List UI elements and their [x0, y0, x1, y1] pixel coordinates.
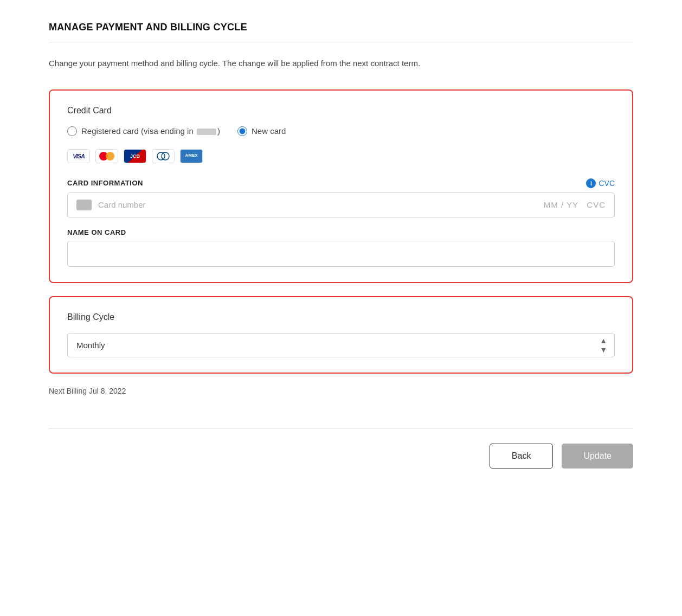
card-number-placeholder: Card number — [98, 200, 544, 209]
credit-card-section: Credit Card Registered card (visa ending… — [49, 89, 633, 283]
svg-point-1 — [162, 152, 169, 160]
card-info-label: CARD INFORMATION — [67, 179, 143, 187]
billing-cycle-section: Billing Cycle Monthly Annually ▲ ▼ — [49, 296, 633, 374]
mastercard-icon — [95, 149, 118, 163]
header-divider — [49, 42, 633, 42]
page-title: MANAGE PAYMENT AND BILLING CYCLE — [49, 22, 633, 33]
card-expiry-cvc: MM / YY CVC — [544, 200, 606, 209]
cvc-link[interactable]: i CVC — [586, 178, 615, 188]
registered-card-radio[interactable] — [67, 126, 77, 136]
visa-icon: VISA — [67, 149, 90, 163]
cvc-label: CVC — [599, 179, 615, 188]
next-billing-text: Next Billing Jul 8, 2022 — [49, 387, 633, 395]
back-button[interactable]: Back — [490, 444, 554, 469]
name-on-card-input[interactable] — [67, 241, 615, 267]
registered-card-text: Registered card (visa ending in ) — [81, 126, 220, 136]
card-option-group: Registered card (visa ending in ) New ca… — [67, 126, 615, 136]
new-card-radio[interactable] — [237, 126, 247, 136]
new-card-option[interactable]: New card — [237, 126, 286, 136]
card-number-field[interactable]: Card number MM / YY CVC — [67, 193, 615, 217]
cvc-info-icon: i — [586, 178, 596, 188]
diners-icon — [152, 149, 175, 163]
credit-card-label: Credit Card — [67, 106, 615, 116]
footer-divider — [49, 428, 633, 428]
registered-card-option[interactable]: Registered card (visa ending in ) — [67, 126, 220, 136]
billing-select-wrapper: Monthly Annually ▲ ▼ — [67, 333, 615, 357]
footer-actions: Back Update — [49, 444, 633, 469]
card-info-header: CARD INFORMATION i CVC — [67, 178, 615, 188]
svg-point-0 — [157, 152, 165, 160]
amex-icon: AMEX — [180, 149, 203, 163]
card-chip-icon — [76, 200, 92, 210]
masked-card-digits — [197, 129, 216, 135]
new-card-label: New card — [252, 126, 286, 136]
update-button[interactable]: Update — [562, 444, 633, 469]
page-description: Change your payment method and billing c… — [49, 57, 633, 70]
name-on-card-label: NAME ON CARD — [67, 228, 615, 236]
billing-cycle-label: Billing Cycle — [67, 312, 615, 322]
jcb-icon: JCB — [124, 149, 146, 163]
billing-cycle-select[interactable]: Monthly Annually — [67, 333, 615, 357]
card-brand-icons: VISA JCB AMEX — [67, 149, 615, 163]
